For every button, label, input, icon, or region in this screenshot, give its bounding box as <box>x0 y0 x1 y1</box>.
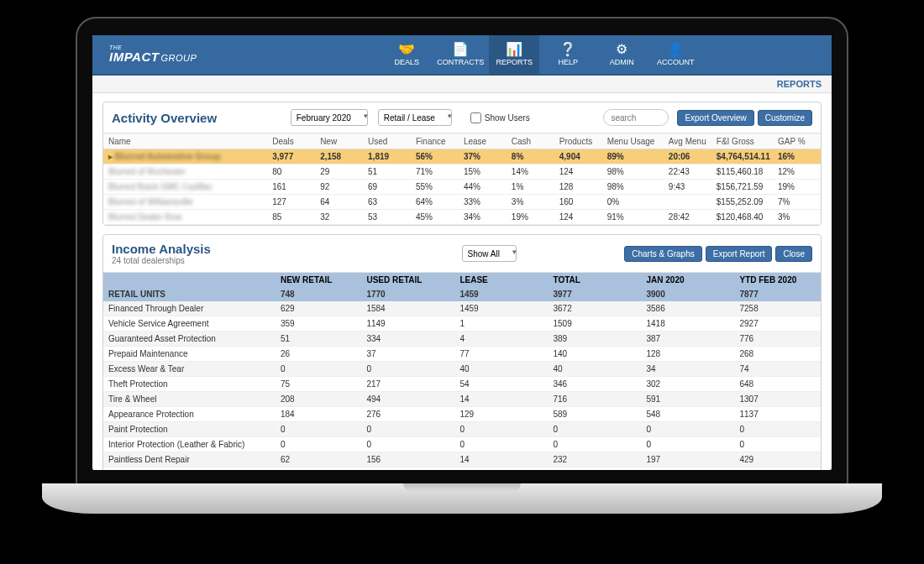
table-row[interactable]: Blurred of Rochester80295171%15%14%12498… <box>103 164 821 180</box>
col-header[interactable]: Menu Usage <box>602 134 664 149</box>
table-row: RETAIL UNITS74817701459397739007877 <box>103 287 821 301</box>
dealer-name: Blurred Automotive Group <box>103 149 267 164</box>
table-row: Appearance Protection1842761295895481137 <box>103 407 821 422</box>
export-overview-button[interactable]: Export Overview <box>677 110 753 126</box>
table-row: Paintless Dent Repair6215614232197429 <box>103 452 821 467</box>
brand-logo: THE IMPACTGROUP <box>109 46 197 64</box>
nav-admin[interactable]: ⚙ADMIN <box>596 35 647 74</box>
charts-graphs-button[interactable]: Charts & Graphs <box>624 246 701 262</box>
breadcrumb: REPORTS <box>92 76 832 93</box>
search-input[interactable] <box>603 109 669 126</box>
table-row: Prepaid Maintenance263777140128268 <box>103 347 821 362</box>
table-row: Theft Protection7521754346302648 <box>103 377 821 392</box>
customize-button[interactable]: Customize <box>758 110 812 126</box>
col-header[interactable]: Deals <box>267 134 315 149</box>
activity-overview-panel: Activity Overview February 2020 Retail /… <box>102 102 822 226</box>
dealer-name: Blurred Buick GMC Cadillac <box>103 180 267 195</box>
table-row: Financed Through Dealer62915841459367235… <box>103 301 821 316</box>
col-header[interactable]: Avg Menu <box>664 134 711 149</box>
income-table: NEW RETAILUSED RETAILLEASETOTALJAN 2020Y… <box>103 273 821 470</box>
activity-title: Activity Overview <box>112 111 217 125</box>
contracts-icon: 📄 <box>452 43 469 56</box>
export-report-button[interactable]: Export Report <box>706 246 773 262</box>
nav-deals[interactable]: 🤝DEALS <box>381 35 432 74</box>
table-row: Vehicle Service Agreement359114911509141… <box>103 316 821 332</box>
table-row: Guaranteed Asset Protection5133443893877… <box>103 332 821 347</box>
account-icon: 👤 <box>667 43 684 56</box>
col-header[interactable]: Used <box>363 134 411 149</box>
col-header[interactable]: GAP % <box>773 134 821 149</box>
income-analysis-panel: Income Analysis 24 total dealerships Sho… <box>102 234 822 470</box>
show-users-checkbox[interactable] <box>470 112 481 123</box>
income-title: Income Analysis 24 total dealerships <box>112 242 211 265</box>
show-all-select[interactable]: Show All <box>462 245 517 262</box>
table-row: Excess Wear & Tear0040403474 <box>103 362 821 377</box>
table-row[interactable]: Blurred of Williamsville127646364%33%3%1… <box>103 195 821 210</box>
nav-contracts[interactable]: 📄CONTRACTS <box>435 35 486 74</box>
close-button[interactable]: Close <box>775 246 812 262</box>
dealer-name: Blurred of Williamsville <box>103 195 267 210</box>
table-row[interactable]: Blurred Automotive Group3,9772,1581,8195… <box>103 149 821 164</box>
admin-icon: ⚙ <box>616 43 627 56</box>
col-header[interactable]: Lease <box>459 134 507 149</box>
table-row[interactable]: Blurred Buick GMC Cadillac161926955%44%1… <box>103 180 821 195</box>
activity-table: NameDealsNewUsedFinanceLeaseCashProducts… <box>103 134 821 225</box>
col-header[interactable]: New <box>315 134 363 149</box>
reports-icon: 📊 <box>506 43 522 56</box>
dealer-name: Blurred Dealer Row <box>103 210 267 225</box>
month-select[interactable]: February 2020 <box>291 109 368 126</box>
col-header[interactable]: Cash <box>507 134 554 149</box>
nav-account[interactable]: 👤ACCOUNT <box>650 35 701 74</box>
col-header[interactable]: F&I Gross <box>711 134 773 149</box>
filter-select[interactable]: Retail / Lease <box>378 109 452 126</box>
col-header[interactable]: Name <box>103 134 267 149</box>
dealer-name: Blurred of Rochester <box>103 164 267 180</box>
top-nav: THE IMPACTGROUP 🤝DEALS📄CONTRACTS📊REPORTS… <box>92 35 832 76</box>
col-header[interactable]: Finance <box>411 134 459 149</box>
table-row: Tire & Wheel208494147165911307 <box>103 392 821 407</box>
col-header[interactable]: Products <box>554 134 602 149</box>
table-row: Interior Protection (Leather & Fabric)00… <box>103 437 821 452</box>
table-row: Paint Protection000000 <box>103 422 821 437</box>
table-row[interactable]: Blurred Dealer Row85325345%34%19%12491%2… <box>103 210 821 225</box>
deals-icon: 🤝 <box>398 43 415 56</box>
show-users-label: Show Users <box>485 113 530 123</box>
table-row: Key Replacement631484215178393 <box>103 467 821 471</box>
help-icon: ❔ <box>559 43 576 56</box>
nav-reports[interactable]: 📊REPORTS <box>489 35 539 74</box>
nav-help[interactable]: ❔HELP <box>543 35 593 74</box>
